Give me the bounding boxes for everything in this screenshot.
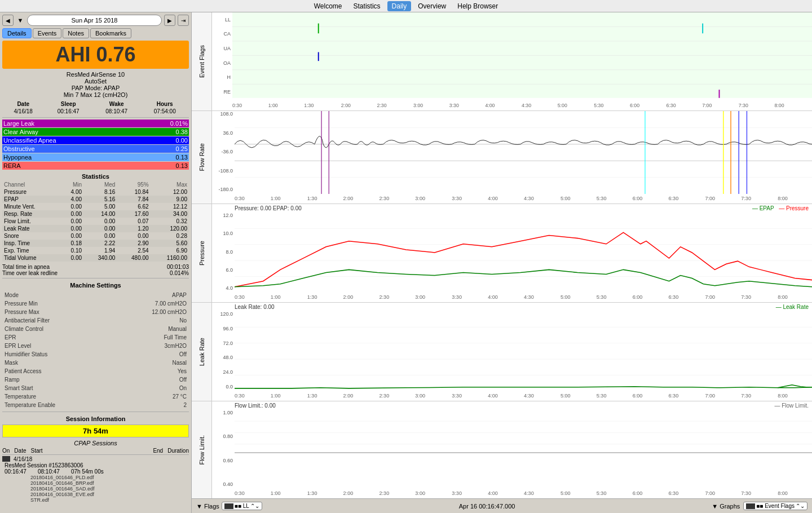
menu-item-help[interactable]: Help Browser	[453, 1, 502, 11]
flow-limit-chart: Flow Limit.: 0.00 — Flow Limit. Flow Lim…	[192, 401, 812, 498]
svg-text:3:30: 3:30	[449, 103, 459, 108]
svg-text:3:00: 3:00	[415, 490, 425, 496]
cpap-sessions-title: CPAP Sessions	[2, 440, 189, 446]
setting-row: Temperature Enable2	[3, 401, 188, 409]
svg-text:7:30: 7:30	[739, 103, 748, 108]
ll-select[interactable]: ■■ LL ⌃⌄	[222, 502, 262, 510]
device-pressure: Min 7 Max 12 (cmH2O)	[2, 91, 189, 98]
tab-notes[interactable]: Notes	[63, 28, 89, 38]
svg-text:3:30: 3:30	[452, 490, 462, 496]
flow-limit-label: Flow Limit.	[198, 435, 205, 465]
tab-bookmarks[interactable]: Bookmarks	[90, 28, 131, 38]
svg-rect-76	[235, 311, 812, 391]
pressure-legend: — EPAP — Pressure	[752, 205, 809, 211]
svg-text:4:30: 4:30	[524, 490, 534, 496]
menu-item-overview[interactable]: Overview	[413, 1, 451, 11]
svg-text:1:00: 1:00	[271, 490, 281, 496]
event-unclassified: Unclassified Apnea 0.00	[2, 136, 189, 144]
device-info: ResMed AirSense 10 AutoSet PAP Mode: APA…	[2, 71, 189, 98]
svg-text:7:00: 7:00	[705, 196, 715, 201]
svg-text:2:30: 2:30	[379, 294, 390, 300]
wake-value: 08:10:47	[92, 108, 141, 115]
svg-text:7:00: 7:00	[705, 490, 715, 496]
col-hours: Hours	[140, 100, 189, 108]
nav-date[interactable]: Sun Apr 15 2018	[27, 15, 162, 26]
nav-jump-button[interactable]: ⇥	[178, 15, 189, 26]
svg-text:3:00: 3:00	[415, 196, 425, 201]
stats-row: EPAP4.005.167.849.00	[2, 196, 189, 203]
event-flags-icon	[746, 503, 755, 509]
event-flags-select[interactable]: ■■ Event Flags ⌃⌄	[743, 502, 807, 510]
ef-chart-svg	[232, 12, 812, 98]
svg-text:6:30: 6:30	[669, 294, 679, 300]
svg-text:1:30: 1:30	[307, 393, 317, 399]
status-left: ▼ Flags ■■ LL ⌃⌄	[196, 502, 262, 510]
session-files: 20180416_001646_PLD.edf 20180416_001646_…	[30, 475, 189, 503]
time-over-label: Time over leak redline	[2, 270, 58, 276]
svg-text:4:00: 4:00	[488, 490, 498, 496]
fr-x-axis: 0:30 1:00 1:30 2:00 2:30 3:00 3:30 4:00 …	[235, 192, 812, 204]
menu-item-welcome[interactable]: Welcome	[310, 1, 347, 11]
nav-back-button[interactable]: ◀	[2, 15, 14, 26]
flag-selector[interactable]: ▼ Flags ■■ LL ⌃⌄	[196, 502, 262, 510]
setting-row: EPRFull Time	[3, 334, 188, 341]
setting-row: Pressure Max12.00 cmH2O	[3, 308, 188, 316]
menu-item-statistics[interactable]: Statistics	[349, 1, 385, 11]
svg-text:1:00: 1:00	[271, 196, 281, 201]
tab-details[interactable]: Details	[2, 28, 32, 38]
total-apnea-value: 00:01:03	[167, 264, 189, 270]
svg-text:4:00: 4:00	[488, 196, 498, 201]
menu-item-daily[interactable]: Daily	[387, 1, 412, 11]
nav-forward-button[interactable]: ▶	[164, 15, 175, 26]
event-flags-status-label: ■■ Event Flags	[756, 503, 795, 509]
svg-text:1:00: 1:00	[271, 294, 281, 300]
ahi-box: AHI 0.76	[2, 41, 189, 69]
svg-text:8:00: 8:00	[774, 103, 784, 108]
event-hypopnea: Hypopnea 0.13	[2, 153, 189, 161]
setting-row: RampOff	[3, 376, 188, 383]
session-entry: 4/16/18 ResMed Session #1523863006 00:16…	[2, 456, 189, 503]
svg-text:7:30: 7:30	[741, 196, 751, 201]
setting-row: Temperature27 °C	[3, 393, 188, 400]
fr-chart-svg	[235, 111, 812, 194]
svg-text:0:30: 0:30	[232, 103, 242, 108]
ef-x-axis: 0:30 1:00 1:30 2:00 2:30 3:00 3:30 4:00 …	[232, 99, 812, 110]
svg-text:2:30: 2:30	[377, 103, 387, 108]
svg-text:5:00: 5:00	[561, 196, 571, 201]
svg-text:6:30: 6:30	[667, 103, 676, 108]
setting-row: Pressure Min7.00 cmH2O	[3, 300, 188, 307]
tab-events[interactable]: Events	[33, 28, 62, 38]
svg-text:4:00: 4:00	[488, 294, 498, 300]
svg-text:6:00: 6:00	[633, 294, 643, 300]
ahi-value: AHI 0.76	[5, 43, 187, 67]
svg-text:4:00: 4:00	[485, 103, 495, 108]
svg-text:0:30: 0:30	[235, 393, 245, 399]
svg-text:5:30: 5:30	[597, 490, 607, 496]
svg-text:6:00: 6:00	[633, 196, 643, 201]
nav-dropdown[interactable]: ▼	[16, 16, 25, 25]
setting-row: ModeAPAP	[3, 291, 188, 299]
svg-text:0:30: 0:30	[235, 196, 245, 201]
cpap-header: On Date Start End Duration	[2, 448, 189, 455]
svg-text:4:30: 4:30	[522, 103, 531, 108]
svg-text:7:00: 7:00	[705, 294, 715, 300]
flow-rate-chart: Flow Rate 108.0 36.0 -36.0 -108.0 -180.0	[192, 111, 812, 204]
svg-text:0:30: 0:30	[235, 294, 245, 300]
svg-text:2:30: 2:30	[379, 393, 390, 399]
setting-row: Climate ControlManual	[3, 325, 188, 333]
stats-row: Pressure4.008.1610.8412.00	[2, 188, 189, 196]
date-value: 4/16/18	[2, 108, 44, 115]
pressure-chart-title: Pressure: 0.00 EPAP: 0.00	[235, 205, 302, 211]
fr-y-axis: 108.0 36.0 -36.0 -108.0 -180.0	[212, 111, 235, 192]
svg-text:4:30: 4:30	[524, 393, 534, 399]
svg-text:5:30: 5:30	[597, 393, 607, 399]
ef-y-axis: LL CA UA OA H RE	[212, 12, 232, 99]
right-panel: Event Flags LL CA UA OA H RE	[192, 12, 812, 513]
svg-text:2:00: 2:00	[343, 393, 354, 399]
svg-text:4:30: 4:30	[524, 196, 534, 201]
setting-row: Antibacterial FilterNo	[3, 317, 188, 324]
event-flags-plot-area: LL CA UA OA H RE	[212, 12, 812, 110]
svg-text:7:30: 7:30	[741, 393, 751, 399]
svg-text:5:00: 5:00	[561, 490, 571, 496]
stats-row: Resp. Rate0.0014.0017.6034.00	[2, 210, 189, 218]
